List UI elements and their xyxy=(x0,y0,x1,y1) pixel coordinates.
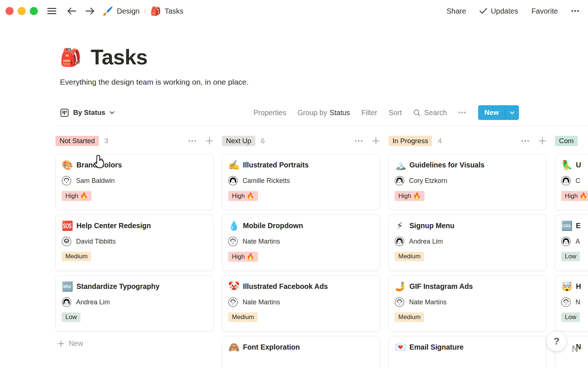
task-card[interactable]: 🤡 Illustrated Facebook Ads Nate Martins … xyxy=(222,275,380,332)
toolbar-more-icon[interactable]: ••• xyxy=(458,109,467,116)
task-card[interactable]: 🏔️ Guidelines for Visuals Cory Etzkorn H… xyxy=(388,154,546,210)
column-add-icon[interactable] xyxy=(205,137,214,145)
priority-badge: Medium xyxy=(395,252,424,261)
properties-button[interactable]: Properties xyxy=(254,109,286,117)
task-assignee-row: Sam Baldwin xyxy=(62,176,207,185)
sidebar-menu-icon[interactable] xyxy=(47,7,57,15)
task-icon: 🤯 xyxy=(561,282,571,291)
column-name-badge[interactable]: Next Up xyxy=(222,136,255,146)
task-title: Email Signature xyxy=(409,343,463,351)
column-count: 3 xyxy=(104,137,108,145)
column-more-icon[interactable] xyxy=(354,139,363,142)
column-header: Not Started 3 xyxy=(55,135,214,146)
task-card[interactable]: 💧 Mobile Dropdown Nate Martins High 🔥 xyxy=(222,215,380,271)
task-assignee-row: A xyxy=(561,237,588,246)
breadcrumb-design-label: Design xyxy=(117,7,140,15)
task-card[interactable]: 🆒 E A Low xyxy=(555,215,588,271)
column-count: 6 xyxy=(261,137,265,145)
task-assignee-row: Nate Martins xyxy=(228,297,374,307)
group-by-value: Status xyxy=(330,109,350,117)
task-card[interactable]: 🤯 H N Low xyxy=(555,275,588,332)
assignee-name: Nate Martins xyxy=(409,298,447,306)
avatar xyxy=(228,297,238,307)
task-card[interactable]: 🆘 Help Center Redesign David Tibbitts Me… xyxy=(55,215,214,271)
assignee-name: Sam Baldwin xyxy=(76,177,115,185)
task-card[interactable]: 🎨 Brand Colors Sam Baldwin High 🔥 xyxy=(55,154,214,210)
column-cards: 🎨 Brand Colors Sam Baldwin High 🔥 🆘 Help… xyxy=(55,154,214,332)
group-by-label: Group by xyxy=(298,109,327,117)
column-new-label: New xyxy=(69,339,83,348)
column-more-icon[interactable] xyxy=(521,139,530,142)
group-by-button[interactable]: Group byStatus xyxy=(298,109,350,117)
back-arrow-icon[interactable] xyxy=(67,7,77,15)
help-button[interactable]: ? xyxy=(546,331,567,351)
column-more-icon[interactable] xyxy=(188,139,197,142)
zoom-window-button[interactable] xyxy=(30,7,38,15)
search-button[interactable]: Search xyxy=(413,109,447,117)
task-title: Standardize Typography xyxy=(76,282,159,291)
task-icon: 🔤 xyxy=(62,282,72,291)
share-button[interactable]: Share xyxy=(447,7,466,15)
column-new-button[interactable]: New xyxy=(55,339,214,348)
view-toolbar: By Status Properties Group byStatus Filt… xyxy=(60,105,519,120)
task-card[interactable]: ✍️ Illustrated Portraits Camille Rickett… xyxy=(222,154,380,210)
task-icon: 🦜 xyxy=(561,160,571,170)
breadcrumb-tasks[interactable]: 🎒 Tasks xyxy=(150,7,183,15)
column-name-badge[interactable]: In Progress xyxy=(388,136,432,146)
page-title[interactable]: Tasks xyxy=(91,45,148,69)
avatar xyxy=(561,297,571,307)
traffic-lights xyxy=(6,7,38,15)
updates-label: Updates xyxy=(491,7,518,15)
task-icon: 🤳 xyxy=(395,282,405,291)
avatar xyxy=(62,297,71,307)
task-assignee-row: David Tibbitts xyxy=(62,237,207,246)
favorite-button[interactable]: Favorite xyxy=(531,7,558,15)
new-button-label[interactable]: New xyxy=(478,105,505,120)
task-card[interactable]: 🙈 Font Exploration xyxy=(222,336,380,368)
new-button-chevron-icon[interactable] xyxy=(505,105,519,120)
task-title: Mobile Dropdown xyxy=(243,222,303,230)
minimize-window-button[interactable] xyxy=(18,7,26,15)
view-switcher-by-status[interactable]: By Status xyxy=(60,108,115,117)
avatar xyxy=(561,237,571,246)
task-card[interactable]: ⚡ Signup Menu Andrea Lim Medium xyxy=(388,215,546,271)
close-window-button[interactable] xyxy=(6,7,14,15)
task-title: Brand Colors xyxy=(76,161,122,169)
task-title: Help Center Redesign xyxy=(76,222,151,230)
priority-badge: Medium xyxy=(228,312,258,322)
board-column: Next Up 6 ✍️ Illustrated Portraits Camil… xyxy=(222,135,380,368)
column-name-badge[interactable]: Not Started xyxy=(55,136,99,146)
more-options-icon[interactable]: ••• xyxy=(571,7,580,15)
assignee-name: C xyxy=(576,177,580,185)
task-title: H xyxy=(576,282,581,291)
task-card[interactable]: 💌 Email Signature xyxy=(388,336,546,368)
search-icon xyxy=(413,109,421,117)
forward-arrow-icon[interactable] xyxy=(85,7,95,15)
task-assignee-row: Andrea Lim xyxy=(62,297,207,307)
column-add-icon[interactable] xyxy=(372,137,380,145)
priority-badge: Low xyxy=(561,252,580,261)
task-card[interactable]: 🦜 U C High 🔥 xyxy=(555,154,588,210)
breadcrumb-separator: / xyxy=(144,7,146,15)
assignee-name: Andrea Lim xyxy=(409,238,443,245)
avatar xyxy=(395,297,404,307)
column-header: Com xyxy=(555,135,588,146)
page-description[interactable]: Everything the design team is working on… xyxy=(60,78,588,86)
new-button[interactable]: New xyxy=(478,105,519,120)
column-name-badge[interactable]: Com xyxy=(555,136,578,146)
sort-button[interactable]: Sort xyxy=(389,109,402,117)
window-topbar: 🖌️ Design / 🎒 Tasks Share Updates Favori… xyxy=(0,0,588,22)
priority-badge: Low xyxy=(62,312,80,322)
updates-button[interactable]: Updates xyxy=(479,7,518,15)
search-label: Search xyxy=(424,109,447,117)
board-view-icon xyxy=(60,108,69,117)
task-card[interactable]: 🤳 GIF Instagram Ads Nate Martins Medium xyxy=(388,275,546,332)
page-icon-backpack[interactable]: 🎒 xyxy=(60,49,82,66)
priority-badge: High 🔥 xyxy=(561,191,588,201)
filter-button[interactable]: Filter xyxy=(361,109,377,117)
breadcrumb-design[interactable]: 🖌️ Design xyxy=(103,7,140,15)
column-add-icon[interactable] xyxy=(538,137,546,145)
task-assignee-row: Nate Martins xyxy=(228,237,374,246)
task-card[interactable]: 🔤 Standardize Typography Andrea Lim Low xyxy=(55,275,214,332)
task-assignee-row: Andrea Lim xyxy=(395,237,540,246)
